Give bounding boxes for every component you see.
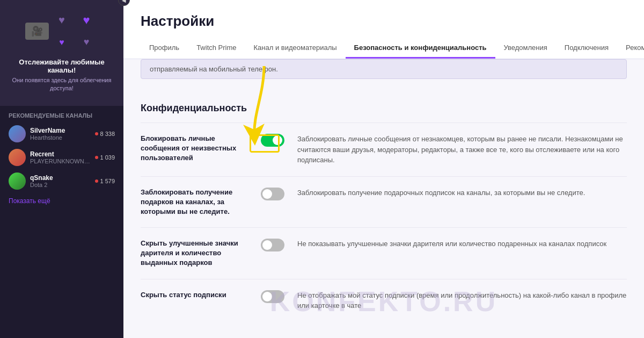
sidebar-promo-message: Отслеживайте любимые каналы! Они появятс… [9, 58, 115, 93]
setting-label-col-4: Скрыть статус подписки [141, 290, 248, 300]
heart-icon-2: ♥ [83, 13, 90, 27]
heart-icon-1: ♥ [58, 14, 65, 26]
camera-icon: 🎥 [25, 23, 49, 40]
tab-security[interactable]: Безопасность и конфиденциальность [346, 38, 495, 59]
live-dot [95, 156, 98, 159]
toggle-knob [262, 240, 272, 250]
settings-body: отправляемый на мобильный телефон. Конфи… [123, 59, 644, 338]
setting-row-hide-badges: Скрыть улучшенные значки дарителя и коли… [141, 227, 627, 279]
setting-label-col-2: Заблокировать получение подарков на кана… [141, 188, 248, 217]
setting-label-block-gifts: Заблокировать получение подарков на кана… [141, 188, 248, 217]
setting-label-hide-sub: Скрыть статус подписки [141, 290, 248, 300]
setting-row-block-messages: Блокировать личные сообщения от неизвест… [141, 123, 627, 176]
live-dot [95, 132, 98, 135]
channel-name: qSnake [30, 174, 91, 182]
channel-viewers-qsnake: 1 579 [95, 178, 115, 184]
channel-item-qsnake[interactable]: qSnake Dota 2 1 579 [0, 169, 123, 193]
setting-toggle-col-1 [261, 134, 284, 147]
sidebar-promo: ♥ 🎥 ♥ ♥ ♥ Отслеживайте любимые каналы! О… [0, 0, 123, 106]
toggle-knob [262, 189, 272, 199]
avatar-recrent [9, 149, 26, 166]
toggle-knob [262, 292, 272, 301]
tab-recommendations[interactable]: Рекомендации [617, 38, 644, 59]
setting-row-hide-sub: Скрыть статус подписки Не отображать мой… [141, 279, 627, 322]
heart-icon-3: ♥ [59, 38, 64, 47]
show-more-link[interactable]: Показать ещё [0, 193, 123, 209]
settings-header: Настройки Профиль Twitch Prime Канал и в… [123, 0, 644, 59]
avatar-silvername [9, 125, 26, 142]
tab-twitch-prime[interactable]: Twitch Prime [188, 38, 245, 59]
heart-icon-4: ♥ [84, 37, 90, 48]
setting-desc-block-gifts: Заблокировать получение подарочных подпи… [297, 188, 627, 198]
tab-channel[interactable]: Канал и видеоматериалы [245, 38, 346, 59]
channel-name: Recrent [30, 150, 91, 158]
setting-label-block-messages: Блокировать личные сообщения от неизвест… [141, 134, 248, 163]
toggle-hide-sub[interactable] [261, 290, 284, 303]
page-title: Настройки [141, 13, 627, 30]
settings-tabs: Профиль Twitch Prime Канал и видеоматери… [141, 38, 627, 59]
toggle-block-gifts[interactable] [261, 188, 284, 200]
channel-item-silvername[interactable]: SilverName Hearthstone 8 338 [0, 122, 123, 146]
setting-row-block-gifts: Заблокировать получение подарков на кана… [141, 176, 627, 228]
sidebar: ♥ 🎥 ♥ ♥ ♥ Отслеживайте любимые каналы! О… [0, 0, 123, 338]
setting-label-col-1: Блокировать личные сообщения от неизвест… [141, 134, 248, 163]
promo-sub: Они появятся здесь для облегчения доступ… [9, 76, 115, 93]
section-banner: отправляемый на мобильный телефон. [141, 59, 627, 79]
main-content: Настройки Профиль Twitch Prime Канал и в… [123, 0, 644, 338]
setting-toggle-col-4 [261, 290, 284, 303]
recommended-section-title: Рекомендуемые каналы [0, 106, 123, 122]
channel-viewers-recrent: 1 039 [95, 154, 115, 161]
toggle-hide-badges[interactable] [261, 239, 284, 251]
promo-title: Отслеживайте любимые каналы! [9, 58, 115, 74]
channel-game: Hearthstone [30, 134, 91, 141]
channel-info-qsnake: qSnake Dota 2 [30, 174, 91, 188]
avatar-qsnake [9, 172, 26, 190]
setting-desc-block-messages: Заблокировать личные сообщения от незнак… [297, 134, 627, 166]
channel-info-recrent: Recrent PLAYERUNKNOWN'S... [30, 150, 91, 164]
setting-toggle-col-3 [261, 239, 284, 251]
channel-viewers-silvername: 8 338 [95, 131, 115, 137]
tab-connections[interactable]: Подключения [556, 38, 617, 59]
setting-label-col-3: Скрыть улучшенные значки дарителя и коли… [141, 239, 248, 268]
tab-profile[interactable]: Профиль [141, 38, 188, 59]
privacy-section-heading: Конфиденциальность [141, 92, 627, 123]
toggle-knob [273, 135, 282, 145]
row-wrapper-1: Блокировать личные сообщения от неизвест… [141, 123, 627, 176]
channel-game: Dota 2 [30, 182, 91, 188]
toggle-block-messages[interactable] [261, 134, 284, 147]
tab-notifications[interactable]: Уведомления [495, 38, 556, 59]
channel-item-recrent[interactable]: Recrent PLAYERUNKNOWN'S... 1 039 [0, 146, 123, 169]
setting-desc-hide-badges: Не показывать улучшенные значки дарителя… [297, 239, 627, 249]
setting-label-hide-badges: Скрыть улучшенные значки дарителя и коли… [141, 239, 248, 268]
channel-name: SilverName [30, 127, 91, 134]
channel-info-silvername: SilverName Hearthstone [30, 127, 91, 141]
channel-game: PLAYERUNKNOWN'S... [30, 158, 91, 164]
setting-toggle-col-2 [261, 188, 284, 200]
live-dot [95, 179, 98, 183]
setting-desc-hide-sub: Не отображать мой статус подписки (время… [297, 290, 627, 311]
